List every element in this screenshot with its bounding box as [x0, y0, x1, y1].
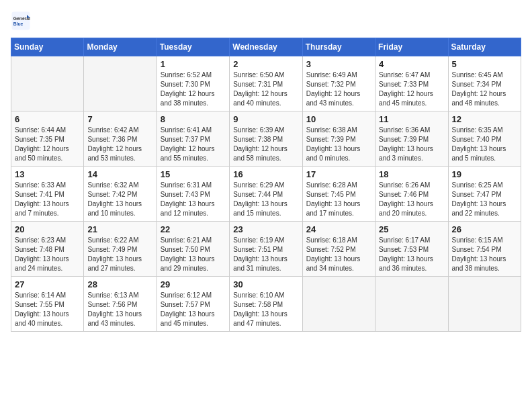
- calendar-cell: 18Sunrise: 6:26 AM Sunset: 7:46 PM Dayli…: [375, 167, 448, 222]
- calendar-cell: 13Sunrise: 6:33 AM Sunset: 7:41 PM Dayli…: [11, 167, 84, 222]
- calendar-cell: 6Sunrise: 6:44 AM Sunset: 7:35 PM Daylig…: [11, 111, 84, 167]
- calendar-header: SundayMondayTuesdayWednesdayThursdayFrid…: [11, 38, 521, 56]
- day-number: 16: [233, 169, 298, 179]
- day-detail: Sunrise: 6:23 AM Sunset: 7:48 PM Dayligh…: [15, 236, 80, 273]
- calendar-cell: 8Sunrise: 6:41 AM Sunset: 7:37 PM Daylig…: [157, 111, 229, 167]
- day-detail: Sunrise: 6:49 AM Sunset: 7:32 PM Dayligh…: [306, 71, 371, 108]
- day-number: 7: [87, 114, 152, 124]
- weekday-wednesday: Wednesday: [230, 38, 302, 56]
- weekday-monday: Monday: [84, 38, 157, 56]
- calendar-cell: 15Sunrise: 6:31 AM Sunset: 7:43 PM Dayli…: [157, 167, 229, 222]
- day-number: 1: [161, 59, 226, 69]
- logo-icon: General Blue: [11, 11, 31, 31]
- weekday-tuesday: Tuesday: [157, 38, 229, 56]
- day-number: 17: [306, 169, 371, 179]
- calendar-week-2: 6Sunrise: 6:44 AM Sunset: 7:35 PM Daylig…: [11, 111, 521, 167]
- day-number: 27: [15, 279, 80, 289]
- calendar-cell: 5Sunrise: 6:45 AM Sunset: 7:34 PM Daylig…: [448, 56, 521, 111]
- calendar-cell: 7Sunrise: 6:42 AM Sunset: 7:36 PM Daylig…: [84, 111, 157, 167]
- day-number: 8: [161, 114, 226, 124]
- calendar-cell: 4Sunrise: 6:47 AM Sunset: 7:33 PM Daylig…: [375, 56, 448, 111]
- day-detail: Sunrise: 6:36 AM Sunset: 7:39 PM Dayligh…: [379, 126, 444, 163]
- calendar-cell: 14Sunrise: 6:32 AM Sunset: 7:42 PM Dayli…: [84, 167, 157, 222]
- day-detail: Sunrise: 6:52 AM Sunset: 7:30 PM Dayligh…: [161, 71, 226, 108]
- calendar-cell: 28Sunrise: 6:13 AM Sunset: 7:56 PM Dayli…: [84, 277, 157, 332]
- svg-rect-0: [12, 12, 30, 30]
- day-number: 4: [379, 59, 444, 69]
- calendar-cell: 26Sunrise: 6:15 AM Sunset: 7:54 PM Dayli…: [448, 222, 521, 277]
- calendar-week-5: 27Sunrise: 6:14 AM Sunset: 7:55 PM Dayli…: [11, 277, 521, 332]
- calendar-cell: 22Sunrise: 6:21 AM Sunset: 7:50 PM Dayli…: [157, 222, 229, 277]
- calendar-cell: 27Sunrise: 6:14 AM Sunset: 7:55 PM Dayli…: [11, 277, 84, 332]
- weekday-saturday: Saturday: [448, 38, 521, 56]
- day-number: 22: [161, 224, 226, 234]
- day-detail: Sunrise: 6:38 AM Sunset: 7:39 PM Dayligh…: [306, 126, 371, 163]
- day-number: 18: [379, 169, 444, 179]
- calendar-cell: [375, 277, 448, 332]
- logo: General Blue: [11, 11, 34, 31]
- day-detail: Sunrise: 6:41 AM Sunset: 7:37 PM Dayligh…: [161, 126, 226, 163]
- day-number: 19: [452, 169, 517, 179]
- day-number: 3: [306, 59, 371, 69]
- calendar-cell: [448, 277, 521, 332]
- day-detail: Sunrise: 6:47 AM Sunset: 7:33 PM Dayligh…: [379, 71, 444, 108]
- day-detail: Sunrise: 6:14 AM Sunset: 7:55 PM Dayligh…: [15, 291, 80, 328]
- calendar-cell: 9Sunrise: 6:39 AM Sunset: 7:38 PM Daylig…: [230, 111, 302, 167]
- day-detail: Sunrise: 6:42 AM Sunset: 7:36 PM Dayligh…: [87, 126, 152, 163]
- calendar-cell: 16Sunrise: 6:29 AM Sunset: 7:44 PM Dayli…: [230, 167, 302, 222]
- day-number: 26: [452, 224, 517, 234]
- day-number: 20: [15, 224, 80, 234]
- calendar-cell: 30Sunrise: 6:10 AM Sunset: 7:58 PM Dayli…: [230, 277, 302, 332]
- day-detail: Sunrise: 6:50 AM Sunset: 7:31 PM Dayligh…: [233, 71, 298, 108]
- day-number: 6: [15, 114, 80, 124]
- day-number: 25: [379, 224, 444, 234]
- day-detail: Sunrise: 6:10 AM Sunset: 7:58 PM Dayligh…: [233, 291, 298, 328]
- day-detail: Sunrise: 6:21 AM Sunset: 7:50 PM Dayligh…: [161, 236, 226, 273]
- calendar-cell: [11, 56, 84, 111]
- calendar-cell: 2Sunrise: 6:50 AM Sunset: 7:31 PM Daylig…: [230, 56, 302, 111]
- day-detail: Sunrise: 6:45 AM Sunset: 7:34 PM Dayligh…: [452, 71, 517, 108]
- calendar-cell: 1Sunrise: 6:52 AM Sunset: 7:30 PM Daylig…: [157, 56, 229, 111]
- svg-text:Blue: Blue: [13, 21, 24, 26]
- page-header: General Blue: [11, 11, 521, 31]
- day-number: 5: [452, 59, 517, 69]
- day-detail: Sunrise: 6:28 AM Sunset: 7:45 PM Dayligh…: [306, 181, 371, 218]
- day-number: 24: [306, 224, 371, 234]
- day-number: 2: [233, 59, 298, 69]
- day-number: 10: [306, 114, 371, 124]
- day-detail: Sunrise: 6:25 AM Sunset: 7:47 PM Dayligh…: [452, 181, 517, 218]
- day-detail: Sunrise: 6:13 AM Sunset: 7:56 PM Dayligh…: [87, 291, 152, 328]
- day-detail: Sunrise: 6:39 AM Sunset: 7:38 PM Dayligh…: [233, 126, 298, 163]
- day-detail: Sunrise: 6:17 AM Sunset: 7:53 PM Dayligh…: [379, 236, 444, 273]
- calendar-cell: 11Sunrise: 6:36 AM Sunset: 7:39 PM Dayli…: [375, 111, 448, 167]
- calendar-cell: 29Sunrise: 6:12 AM Sunset: 7:57 PM Dayli…: [157, 277, 229, 332]
- calendar-cell: 23Sunrise: 6:19 AM Sunset: 7:51 PM Dayli…: [230, 222, 302, 277]
- day-number: 9: [233, 114, 298, 124]
- day-number: 21: [87, 224, 152, 234]
- weekday-sunday: Sunday: [11, 38, 84, 56]
- day-number: 11: [379, 114, 444, 124]
- calendar-cell: 12Sunrise: 6:35 AM Sunset: 7:40 PM Dayli…: [448, 111, 521, 167]
- day-number: 13: [15, 169, 80, 179]
- day-number: 23: [233, 224, 298, 234]
- day-number: 30: [233, 279, 298, 289]
- day-number: 28: [87, 279, 152, 289]
- day-detail: Sunrise: 6:44 AM Sunset: 7:35 PM Dayligh…: [15, 126, 80, 163]
- day-number: 12: [452, 114, 517, 124]
- day-detail: Sunrise: 6:32 AM Sunset: 7:42 PM Dayligh…: [87, 181, 152, 218]
- calendar-cell: 19Sunrise: 6:25 AM Sunset: 7:47 PM Dayli…: [448, 167, 521, 222]
- day-detail: Sunrise: 6:18 AM Sunset: 7:52 PM Dayligh…: [306, 236, 371, 273]
- calendar-cell: 21Sunrise: 6:22 AM Sunset: 7:49 PM Dayli…: [84, 222, 157, 277]
- day-detail: Sunrise: 6:31 AM Sunset: 7:43 PM Dayligh…: [161, 181, 226, 218]
- calendar-cell: [302, 277, 375, 332]
- calendar-week-1: 1Sunrise: 6:52 AM Sunset: 7:30 PM Daylig…: [11, 56, 521, 111]
- day-detail: Sunrise: 6:22 AM Sunset: 7:49 PM Dayligh…: [87, 236, 152, 273]
- day-number: 29: [161, 279, 226, 289]
- calendar-cell: [84, 56, 157, 111]
- calendar-cell: 24Sunrise: 6:18 AM Sunset: 7:52 PM Dayli…: [302, 222, 375, 277]
- calendar-cell: 3Sunrise: 6:49 AM Sunset: 7:32 PM Daylig…: [302, 56, 375, 111]
- calendar-week-4: 20Sunrise: 6:23 AM Sunset: 7:48 PM Dayli…: [11, 222, 521, 277]
- calendar-cell: 25Sunrise: 6:17 AM Sunset: 7:53 PM Dayli…: [375, 222, 448, 277]
- calendar-body: 1Sunrise: 6:52 AM Sunset: 7:30 PM Daylig…: [11, 56, 521, 332]
- day-detail: Sunrise: 6:35 AM Sunset: 7:40 PM Dayligh…: [452, 126, 517, 163]
